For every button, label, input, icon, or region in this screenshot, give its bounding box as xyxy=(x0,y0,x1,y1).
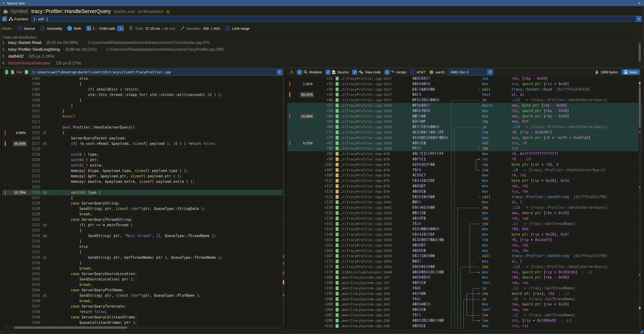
source-scrollbar[interactable] xyxy=(282,77,284,325)
asm-mnemonic[interactable]: call xyxy=(482,194,508,200)
asm-source-location[interactable]: …t\TracyProfiler.cpp:3401 xyxy=(340,199,392,205)
asm-row[interactable]: +179…1103\include\atomic:1048488B05B63C1… xyxy=(288,270,642,275)
asm-mnemonic[interactable]: mov xyxy=(482,135,508,141)
asm-row[interactable]: +79…t\TracyProfiler.cpp:3326418B8C80E0BF… xyxy=(288,135,642,141)
source-line-row[interactable]: 3344 case ServerQueryPlotName: xyxy=(2,288,285,293)
asm-source-location[interactable]: …t\TracyProfiler.cpp:3334 xyxy=(340,232,392,237)
file-select[interactable]: C:\Users\wolf\Desktop\darkrl\contrib\tra… xyxy=(30,69,283,75)
asm-mnemonic[interactable]: mov xyxy=(482,323,508,329)
asm-source-location[interactable]: …t\TracyProfiler.hpp:676 xyxy=(340,151,390,157)
asm-row[interactable]: +143…t\TracyProfiler.cpp:333441B90B00000… xyxy=(288,226,642,232)
asm-row[interactable]: +107…t\TracyProfiler.hpp:67675F6jne.L0 -… xyxy=(288,167,642,173)
asm-mnemonic[interactable]: mov xyxy=(482,302,508,307)
child-call-row[interactable]: 1.tracy::Socket::Read25.25 ms (54.89%)C:… xyxy=(2,41,644,47)
asm-mnemonic[interactable]: mov xyxy=(482,183,508,189)
asm-row[interactable]: +138…t\TracyProfiler.cpp:3332483BF8cmprd… xyxy=(288,216,642,221)
asm-source-location[interactable]: …t\TracyProfiler.cpp:3334 xyxy=(340,243,392,248)
checkbox-icon[interactable] xyxy=(352,70,357,75)
asm-row[interactable]: 15.50%+60…t\TracyProfiler.cpp:33268B55A0… xyxy=(288,114,642,119)
source-line-row[interactable]: 3338@1 SendString( ptr, GetThreadName( p… xyxy=(2,255,285,260)
source-line-row[interactable]: 3328 case ServerQueryString: xyxy=(2,201,285,206)
radio-icon[interactable] xyxy=(40,26,45,31)
source-line-row[interactable]: 3332@3 if( ptr == m_mainThread ) xyxy=(2,222,285,228)
source-line-row[interactable]: 3324 memcpy( &extra, &payload.extra, siz… xyxy=(2,179,285,184)
asm-row[interactable]: +161…t\TracyProfiler.cpp:3334488BD7movrd… xyxy=(288,243,642,248)
asm-row[interactable]: +120…t\TracyProfiler.hpp:676488BCBmovrcx… xyxy=(288,189,642,194)
function-checkbox[interactable] xyxy=(2,16,7,21)
database-icon[interactable] xyxy=(4,70,9,75)
source-line-row[interactable]: 3346 break; xyxy=(2,298,285,304)
asm-source-location[interactable]: …t\TracyProfiler.hpp:676 xyxy=(340,194,390,200)
source-line-row[interactable]: 3347 case ServerQueryTerminate: xyxy=(2,304,285,309)
asm-row[interactable]: +99…t\TracyProfiler.hpp:67649FFC1incr9 ;… xyxy=(288,157,642,162)
asm-source-location[interactable]: …t\TracyProfiler.cpp:3326 xyxy=(340,103,392,108)
asm-source-location[interactable]: …mon\TracySystem.cpp:258 xyxy=(340,323,390,329)
asm-source-location[interactable]: …t\TracyProfiler.cpp:3317 xyxy=(340,87,392,92)
source-line-row[interactable]: 3330 break; xyxy=(2,212,285,217)
asm-mnemonic[interactable]: cmp xyxy=(482,162,508,167)
mode-radio-assembly[interactable]: Assembly xyxy=(40,26,62,31)
asm-mnemonic[interactable]: lea xyxy=(482,76,508,81)
asm-mnemonic[interactable]: mov xyxy=(482,275,508,280)
asm-source-location[interactable]: …t\TracyProfiler.cpp:3326 xyxy=(340,135,392,141)
asm-source-location[interactable]: …t\TracyProfiler.cpp:3334 xyxy=(340,248,392,254)
asm-row[interactable]: +193…mon\TracySystem.cpp:197740Eje.L3 ->… xyxy=(288,286,642,291)
asm-source-location[interactable]: …1103\include\atomic:1048 xyxy=(340,270,392,275)
asm-source-location[interactable]: …t\TracyProfiler.cpp:3326 xyxy=(340,141,392,146)
source-line-row[interactable]: 3306 { xyxy=(2,81,285,87)
assembly-scrollbar[interactable] xyxy=(638,77,641,329)
chevron-down-icon[interactable]: ▼ xyxy=(487,69,493,75)
asm-row[interactable]: +186…mon\TracySystem.cpp:197448B4598movr… xyxy=(288,275,642,280)
asm-source-location[interactable]: …t\TracyProfiler.cpp:3334 xyxy=(340,253,392,259)
asm-row[interactable]: 45.41%+44…t\TracyProfiler.cpp:331784C0te… xyxy=(288,92,642,97)
source-line-row[interactable]: 3331 case ServerQueryThreadString: xyxy=(2,217,285,222)
asm-row[interactable]: +167…t\TracyProfiler.cpp:3334E824160000‹… xyxy=(288,253,642,259)
asm-mnemonic[interactable]: jne xyxy=(482,167,508,173)
asm-mnemonic[interactable]: mov xyxy=(482,178,508,183)
child-call-scrollbar[interactable] xyxy=(638,36,642,67)
source-line-row[interactable]: 3333 { xyxy=(2,228,285,233)
asm-row[interactable]: +102…t\TracyProfiler.hpp:67642803C0F00cm… xyxy=(288,162,642,167)
source-line-row[interactable]: 3314bool Profiler::HandleServerQuery() xyxy=(2,125,285,130)
asm-source-location[interactable]: …t\TracyProfiler.cpp:3326 xyxy=(340,119,392,124)
asm-row[interactable]: +90…t\TracyProfiler.cpp:3326FFE1‹jmprcx xyxy=(288,146,642,151)
asm-source-location[interactable]: …t\TracyProfiler.cpp:3326 xyxy=(340,124,392,130)
asm-mnemonic[interactable]: jmp xyxy=(482,146,508,151)
asm-mnemonic[interactable]: mov xyxy=(482,189,508,194)
source-hscrollbar[interactable] xyxy=(3,326,282,329)
asm-source-location[interactable]: …t\TracyProfiler.cpp:3317 xyxy=(340,92,392,97)
source-line-row[interactable]: 3321 uint32_t extra; xyxy=(2,163,285,168)
asm-row[interactable]: +92…t\TracyProfiler.hpp:67649C7C1FFFFFFF… xyxy=(288,151,642,157)
asm-mnemonic[interactable]: jne xyxy=(482,313,508,318)
asm-mnemonic[interactable]: mov xyxy=(482,248,508,254)
asm-source-location[interactable]: …t\TracyProfiler.cpp:3326 xyxy=(340,114,392,119)
asm-mnemonic[interactable]: mov xyxy=(482,226,508,232)
asm-row[interactable]: +174…t\TracyProfiler.cpp:3401E9B8010000j… xyxy=(288,264,642,270)
asm-source-location[interactable]: …t\TracyProfiler.hpp:676 xyxy=(340,157,390,162)
asm-row[interactable]: +141…t\TracyProfiler.cpp:33327524jne.L1 … xyxy=(288,221,642,227)
asm-mnemonic[interactable]: cmp xyxy=(482,291,508,297)
asm-mnemonic[interactable]: call xyxy=(482,87,508,92)
source-line-row[interactable]: 3327 { xyxy=(2,195,285,201)
asm-row[interactable]: +195…mon\TracySystem.cpp:199443900cmpdwo… xyxy=(288,291,642,297)
asm-mnemonic[interactable]: test xyxy=(482,280,508,286)
source-line-row[interactable]: 3309 } xyxy=(2,98,285,103)
asm-row[interactable]: +123…t\TracyProfiler.hpp:676E850160000‹c… xyxy=(288,194,642,200)
asm-source-location[interactable]: …t\TracyProfiler.hpp:676 xyxy=(340,178,390,183)
source-line-row[interactable]: 3318 xyxy=(2,147,285,152)
source-line-row[interactable]: 3339 } xyxy=(2,260,285,266)
relative-checkbox[interactable]: Relative xyxy=(297,70,322,75)
asm-source-location[interactable]: …t\TracyProfiler.cpp:3326 xyxy=(340,146,392,151)
asm-row[interactable]: 1.31%+35…t\TracyProfiler.cpp:3317488B494… xyxy=(288,81,642,87)
uarch-select[interactable]: AMD Zen 3 ▼ xyxy=(448,69,493,75)
source-line-row[interactable]: 3311} xyxy=(2,109,285,114)
source-line-row[interactable]: 3337 { xyxy=(2,250,285,255)
asm-row[interactable]: 0.22%+87…t\TracyProfiler.cpp:33264903C8a… xyxy=(288,141,642,146)
asm-mnemonic[interactable]: mov xyxy=(482,173,508,178)
asm-source-location[interactable]: …t\TracyProfiler.cpp:3326 xyxy=(340,108,392,114)
asm-source-location[interactable]: …mon\TracySystem.cpp:197 xyxy=(340,286,390,291)
asm-source-location[interactable]: …t\TracyProfiler.cpp:3401 xyxy=(340,205,392,210)
child-calls-checkbox[interactable]: [→ Child calls ▲ xyxy=(86,26,124,31)
asm-row[interactable]: +200…mon\TracySystem.cpp:203488B4010movr… xyxy=(288,302,642,307)
source-line-row[interactable]: 3336 else xyxy=(2,244,285,250)
